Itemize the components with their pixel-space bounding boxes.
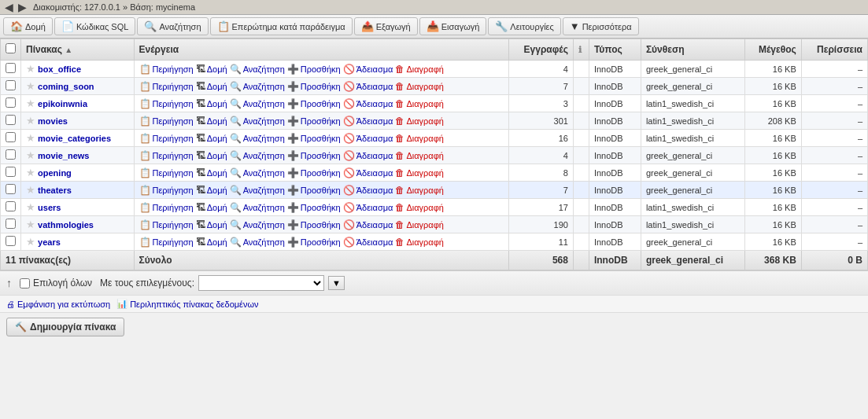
info-icon[interactable]: ℹ [578,45,582,54]
browse-link[interactable]: Περιήγηση [153,220,194,230]
insert-link[interactable]: Προσθήκη [301,116,341,126]
search-link[interactable]: Αναζήτηση [243,82,285,91]
insert-link[interactable]: Προσθήκη [301,168,341,178]
delete-link[interactable]: Διαγραφή [406,186,444,195]
empty-link[interactable]: Άδειασμα [356,134,393,143]
empty-link[interactable]: Άδειασμα [356,186,393,195]
table-name-link[interactable]: movie_categories [38,134,111,143]
create-table-button[interactable]: 🔨 Δημιουργία πίνακα [6,318,124,336]
row-checkbox[interactable] [6,219,16,229]
star-icon[interactable]: ★ [26,63,35,75]
star-icon[interactable]: ★ [26,115,35,127]
browse-link[interactable]: Περιήγηση [153,99,194,108]
star-icon[interactable]: ★ [26,201,35,213]
select-all-footer-checkbox[interactable] [20,278,30,289]
delete-link[interactable]: Διαγραφή [406,99,444,108]
row-checkbox[interactable] [6,115,16,125]
row-checkbox[interactable] [6,132,16,142]
insert-link[interactable]: Προσθήκη [301,64,341,74]
table-name-link[interactable]: years [38,237,61,247]
star-icon[interactable]: ★ [26,167,35,178]
row-checkbox[interactable] [6,97,16,108]
star-icon[interactable]: ★ [26,149,35,161]
structure-link[interactable]: Δομή [207,203,227,212]
delete-link[interactable]: Διαγραφή [406,151,444,160]
delete-link[interactable]: Διαγραφή [406,237,444,247]
toolbar-more-btn[interactable]: ▼ Περισσότερα [563,17,639,35]
empty-link[interactable]: Άδειασμα [356,116,393,126]
row-checkbox[interactable] [6,63,16,73]
table-name-link[interactable]: vathmologies [38,220,94,230]
summary-link[interactable]: 📊 Περιληπτικός πίνακας δεδομένων [116,299,258,309]
row-checkbox[interactable] [6,167,16,177]
table-name-link[interactable]: users [38,203,61,212]
browse-link[interactable]: Περιήγηση [153,116,194,126]
insert-link[interactable]: Προσθήκη [301,203,341,212]
forward-button[interactable]: ▶ [17,1,28,13]
table-name-link[interactable]: opening [38,168,72,178]
insert-link[interactable]: Προσθήκη [301,186,341,195]
search-link[interactable]: Αναζήτηση [243,186,285,195]
toolbar-export-btn[interactable]: 📤 Εξαγωγή [354,17,418,35]
insert-link[interactable]: Προσθήκη [301,220,341,230]
table-name-link[interactable]: epikoinwnia [38,99,87,108]
star-icon[interactable]: ★ [26,184,35,196]
structure-link[interactable]: Δομή [207,168,227,178]
structure-link[interactable]: Δομή [207,82,227,91]
delete-link[interactable]: Διαγραφή [406,134,444,143]
star-icon[interactable]: ★ [26,132,35,144]
insert-link[interactable]: Προσθήκη [301,134,341,143]
browse-link[interactable]: Περιήγηση [153,82,194,91]
empty-link[interactable]: Άδειασμα [356,203,393,212]
table-name-link[interactable]: coming_soon [38,82,94,91]
row-checkbox[interactable] [6,236,16,246]
star-icon[interactable]: ★ [26,219,35,230]
with-selected-dropdown[interactable] [198,275,324,291]
row-checkbox[interactable] [6,149,16,160]
toolbar-home-btn[interactable]: 🏠 Δομή [3,17,53,35]
toolbar-operations-btn[interactable]: 🔧 Λειτουργίες [488,17,560,35]
search-link[interactable]: Αναζήτηση [243,220,285,230]
structure-link[interactable]: Δομή [207,64,227,74]
empty-link[interactable]: Άδειασμα [356,220,393,230]
insert-link[interactable]: Προσθήκη [301,151,341,160]
with-selected-go-btn[interactable]: ▼ [328,276,345,290]
toolbar-sql-btn[interactable]: 📄 Κώδικας SQL [54,17,135,35]
structure-link[interactable]: Δομή [207,99,227,108]
browse-link[interactable]: Περιήγηση [153,134,194,143]
empty-link[interactable]: Άδειασμα [356,99,393,108]
search-link[interactable]: Αναζήτηση [243,203,285,212]
print-link[interactable]: 🖨 Εμφάνιση για εκτύπωση [6,300,110,309]
toolbar-import-btn[interactable]: 📥 Εισαγωγή [419,17,487,35]
insert-link[interactable]: Προσθήκη [301,82,341,91]
row-checkbox[interactable] [6,201,16,211]
search-link[interactable]: Αναζήτηση [243,99,285,108]
search-link[interactable]: Αναζήτηση [243,134,285,143]
insert-link[interactable]: Προσθήκη [301,237,341,247]
delete-link[interactable]: Διαγραφή [406,82,444,91]
browse-link[interactable]: Περιήγηση [153,186,194,195]
structure-link[interactable]: Δομή [207,186,227,195]
search-link[interactable]: Αναζήτηση [243,116,285,126]
search-link[interactable]: Αναζήτηση [243,168,285,178]
browse-link[interactable]: Περιήγηση [153,237,194,247]
delete-link[interactable]: Διαγραφή [406,220,444,230]
browse-link[interactable]: Περιήγηση [153,64,194,74]
search-link[interactable]: Αναζήτηση [243,237,285,247]
structure-link[interactable]: Δομή [207,134,227,143]
table-name-link[interactable]: movie_news [38,151,89,160]
empty-link[interactable]: Άδειασμα [356,168,393,178]
star-icon[interactable]: ★ [26,97,35,109]
browse-link[interactable]: Περιήγηση [153,203,194,212]
search-link[interactable]: Αναζήτηση [243,64,285,74]
structure-link[interactable]: Δομή [207,116,227,126]
delete-link[interactable]: Διαγραφή [406,64,444,74]
empty-link[interactable]: Άδειασμα [356,82,393,91]
empty-link[interactable]: Άδειασμα [356,237,393,247]
select-all-label[interactable]: Επιλογή όλων [20,277,92,289]
star-icon[interactable]: ★ [26,236,35,248]
delete-link[interactable]: Διαγραφή [406,203,444,212]
browse-link[interactable]: Περιήγηση [153,151,194,160]
select-all-checkbox[interactable] [6,43,16,53]
table-name-link[interactable]: box_office [38,64,81,74]
